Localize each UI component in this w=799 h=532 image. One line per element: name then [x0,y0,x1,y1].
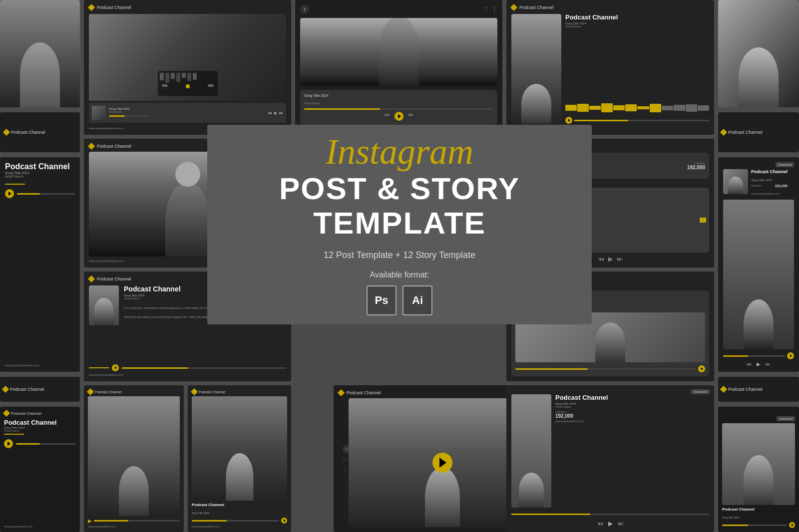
podcast-title-c4t: Podcast Channel [565,14,709,21]
podcast-title-lb2: Podcast Channel [4,419,76,426]
progress-c2b1[interactable] [122,367,286,369]
nav-prev-c4b[interactable]: ⏮ [597,520,603,527]
song-title-left: Song Title 2024 [5,171,75,175]
progress-c3t[interactable] [304,108,493,110]
prev-icon-c2t[interactable]: ⏮ [268,111,272,115]
podcast-label-c2t: Podcast Channel [97,5,131,10]
artist-c4b: Artist Name [555,405,709,408]
song-c3t: Song Title 2024 [304,94,329,97]
podcast-rt-b1: Podcast Channel [728,387,763,392]
center-play-c3b[interactable] [432,453,452,473]
card-right-bot1: Podcast Channel [718,377,799,402]
song-c2b3: Song Title 2024 [192,512,209,515]
followers-label-rt: Followers [751,184,762,188]
diamond-c3b [338,389,345,396]
progress-lb2[interactable] [16,443,76,445]
podcast-rt-b2: Podcast Channel [722,507,795,512]
mini-progress-c2t[interactable] [109,115,149,117]
yellow-line-lb2 [4,434,24,435]
url-c4b: www.podcastwebsite.com [555,420,709,423]
next-c3t[interactable]: ⏭ [408,112,413,121]
play-btn-lb2[interactable] [4,439,13,448]
podcast-rt-m2: Podcast Channel [751,169,788,174]
podcast-label-c2b1: Podcast Channel [97,276,131,281]
progress-c2b3[interactable] [192,520,279,522]
diamond-icon [3,129,10,136]
progress-c2b2[interactable] [94,520,180,522]
card-left-mid2: Podcast Channel Song Title 2024 Artist N… [0,157,80,372]
card-col3-top: ↑ ♡ ⋮ Song Title 2024 Artist Name ⏮ [295,0,502,135]
play-rt-m2[interactable] [787,352,794,359]
podcast-channel-label-left1: Podcast Channel [11,130,45,135]
nav-prev-rt[interactable]: ⏮ [747,361,752,367]
url-left: www.podcastwebsite.com [5,364,75,367]
prev-c3t[interactable]: ⏮ [385,112,390,121]
podcast-name-c2b3: Podcast Channel [192,503,287,507]
diamond-rt-m1 [720,129,727,136]
followers-count-c4b: 192,000 [555,413,573,419]
download-rt-m2: Download [776,162,794,167]
followers-count-c4m1: 192,000 [687,165,705,170]
play-c2b3[interactable] [281,518,287,524]
diamond-c2b3 [191,388,198,395]
play-c3t[interactable] [395,112,403,121]
title-template: TEMPLATE [313,206,486,240]
play-icon-c2t[interactable]: ▶ [274,111,277,115]
controls-c2t: ⏮ ▶ ⏭ [268,111,283,115]
card-left-top [0,0,80,107]
play-c4m2[interactable] [698,365,705,372]
artist-c3t: Artist Name [304,102,320,105]
share-icon-c3t[interactable]: ↑ [300,5,309,14]
nav-prev-c4m1[interactable]: ⏮ [598,256,604,263]
progress-rt-m2[interactable] [723,355,785,357]
nav-play-rt[interactable]: ▶ [757,361,761,367]
next-icon-c2t[interactable]: ⏭ [279,111,283,115]
play-rt-b2[interactable] [789,522,795,528]
play-button[interactable] [5,189,14,198]
heart-icon-c3t[interactable]: ♡ [483,6,488,13]
diamond-icon-c2m [88,143,95,150]
play-c4t[interactable] [565,117,572,124]
card-col2-bot3: Podcast Channel Podcast Channel Song Tit… [188,385,291,532]
card-left-bot2: Podcast Channel Podcast Channel Song Tit… [0,407,80,532]
diamond-icon-left-bot [2,386,9,393]
podcast-label-c2m: Podcast Channel [97,144,131,149]
nav-next-c4m1[interactable]: ⏭ [617,256,623,263]
card-right-top [718,0,799,107]
podcast-c2b2: Podcast Channel [95,390,121,394]
podcast-channel-label-left-bot: Podcast Channel [10,387,44,392]
nav-next-c4b[interactable]: ⏭ [618,520,624,527]
url-c2b2: www.podcastwebsite.com [88,525,180,528]
card-right-mid1: Podcast Channel [718,112,799,152]
progress-c4m2[interactable] [515,368,696,370]
podcast-c2b3: Podcast Channel [199,390,225,394]
progress-rt-b2[interactable] [722,525,787,526]
card-right-bot2: ⋮ Download Podcast Channel Song Title 20… [718,407,799,532]
podcast-c3b: Podcast Channel [347,390,381,395]
download-badge-c4b: Download [691,389,710,394]
format-label: Available format: [370,270,429,279]
progress-c4t[interactable] [574,120,709,121]
nav-next-rt[interactable]: ⏭ [766,361,771,367]
followers-count-rt: 192,000 [775,184,788,188]
play-c2b1[interactable] [112,364,119,371]
progress-bar[interactable] [17,193,75,195]
play-story-c2b2[interactable]: ▶ [88,518,92,524]
url-rt-m2: www.podcastwebsite.com [751,192,780,195]
download-badge-c4m1[interactable]: ↓ [700,218,706,223]
mini-thumb-c2t [92,106,106,120]
card-left-mid1: Podcast Channel [0,112,80,152]
format-ai-badge: Ai [402,285,432,315]
progress-c4b[interactable] [511,514,709,515]
diamond-icon-lb2 [3,410,10,417]
podcast-label-lb2: Podcast Channel [11,411,41,416]
more-icon-c3t[interactable]: ⋮ [491,6,497,13]
title-instagram: Instagram [326,134,473,170]
nav-play-c4m1[interactable]: ▶ [608,256,613,263]
nav-play-c4b[interactable]: ▶ [608,520,613,527]
subtitle: 12 Post Template + 12 Story Template [324,250,475,261]
mini-sub-c2t: Artist Name [109,110,265,113]
podcast-c4t: Podcast Channel [519,5,554,10]
diamond-c2b2 [87,388,94,395]
format-ps-badge: Ps [367,285,397,315]
